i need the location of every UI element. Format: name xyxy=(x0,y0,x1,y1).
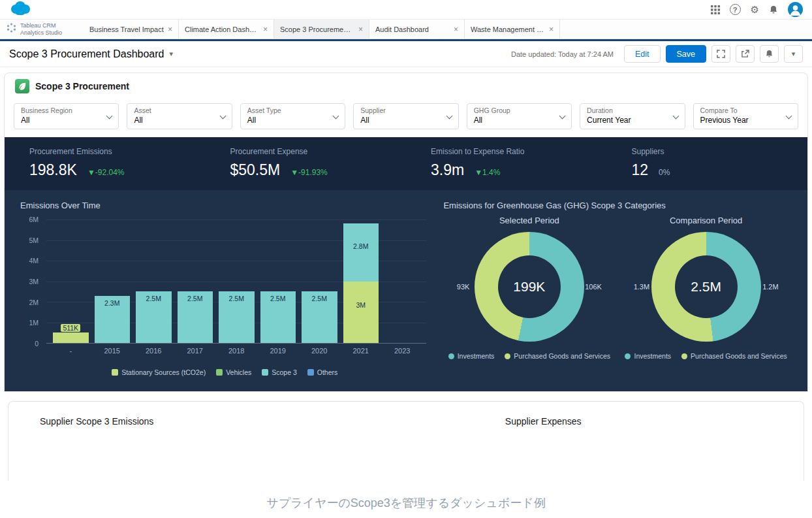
bar-column-2018[interactable]: 2.5M2018 xyxy=(219,219,255,343)
close-icon[interactable]: × xyxy=(263,25,268,34)
bar-column-2016[interactable]: 2.5M2016 xyxy=(136,219,172,343)
app-launcher-icon[interactable] xyxy=(711,5,720,14)
legend-item[interactable]: Investments xyxy=(625,352,671,360)
close-icon[interactable]: × xyxy=(549,25,554,34)
emissions-over-time-chart: Emissions Over Time 6M5M4M3M2M1M0 511K-2… xyxy=(20,201,429,377)
bar-column-2021[interactable]: 3M2.8M2021 xyxy=(343,219,379,343)
share-button[interactable] xyxy=(736,45,755,63)
dashboard-page-title: Scope 3 Procurement Dashboard xyxy=(9,48,164,60)
legend-item[interactable]: Purchased Goods and Services xyxy=(505,352,610,360)
kpi-delta: ▼-92.04% xyxy=(87,168,125,177)
x-category-label: 2015 xyxy=(95,347,131,355)
y-axis: 6M5M4M3M2M1M0 xyxy=(20,219,42,344)
present-fullscreen-button[interactable] xyxy=(711,45,730,63)
chevron-down-icon xyxy=(446,113,452,120)
kpi-procurement-emissions[interactable]: Procurement Emissions 198.8K ▼-92.04% xyxy=(5,147,206,179)
donut-subtitle: Comparison Period xyxy=(620,216,792,225)
image-caption: サプライヤーのScope3を管理するダッシュボード例 xyxy=(0,495,812,511)
kpi-value: 12 xyxy=(632,161,649,179)
tab-audit-dashboard[interactable]: Audit Dashboard × xyxy=(369,20,465,39)
kpi-value: $50.5M xyxy=(230,161,281,179)
chevron-down-icon xyxy=(106,113,113,120)
legend-item[interactable]: Investments xyxy=(448,352,495,360)
legend-item[interactable]: Others xyxy=(307,368,338,376)
date-updated-text: Date updated: Today at 7:24 AM xyxy=(511,50,614,58)
bar-column-2015[interactable]: 2.3M2015 xyxy=(95,219,131,343)
tab-climate-action-dashboard[interactable]: Climate Action Dashboard × xyxy=(179,20,274,39)
x-category-label: 2017 xyxy=(178,347,213,355)
y-tick: 4M xyxy=(29,257,39,265)
y-tick: 3M xyxy=(29,278,39,285)
bar-column--[interactable]: 511K- xyxy=(53,219,89,343)
y-tick: 0 xyxy=(35,340,39,348)
edit-button[interactable]: Edit xyxy=(624,45,661,63)
salesforce-cloud-logo[interactable] xyxy=(9,1,31,18)
kpi-suppliers[interactable]: Suppliers 12 0% xyxy=(607,147,808,179)
app-name-line1: Tableau CRM xyxy=(20,22,56,29)
x-category-label: - xyxy=(53,347,89,355)
donut-right-label: 106K xyxy=(585,283,602,291)
widget-title: Supplier Scope 3 Emissions xyxy=(40,416,486,427)
donut-center-value: 199K xyxy=(513,279,545,295)
bar-chart-bars: 511K-2.3M20152.5M20162.5M20172.5M20182.5… xyxy=(46,219,426,344)
filter-asset[interactable]: Asset All xyxy=(127,103,232,129)
tableau-crm-app-label[interactable]: Tableau CRM Analytics Studio xyxy=(0,20,84,39)
filter-compare-to[interactable]: Compare To Previous Year xyxy=(693,103,798,129)
x-category-label: 2020 xyxy=(302,347,337,355)
legend-item[interactable]: Scope 3 xyxy=(262,368,297,376)
y-tick: 6M xyxy=(29,216,39,223)
tab-business-travel-impact[interactable]: Business Travel Impact × xyxy=(84,20,179,39)
bar-column-2023[interactable]: 2023 xyxy=(384,219,420,343)
donut-section-title: Emissions for Greenhouse Gas (GHG) Scope… xyxy=(443,201,792,210)
dashboard-header: Scope 3 Procurement xyxy=(5,73,807,99)
x-category-label: 2019 xyxy=(260,347,296,355)
legend-item[interactable]: Stationary Sources (tCO2e) xyxy=(112,368,206,376)
help-icon[interactable]: ? xyxy=(730,4,741,15)
y-tick: 1M xyxy=(29,319,39,327)
chevron-down-icon xyxy=(559,113,566,120)
leaf-icon xyxy=(15,79,29,93)
filter-business-region[interactable]: Business Region All xyxy=(14,103,119,129)
close-icon[interactable]: × xyxy=(168,25,172,34)
bell-icon[interactable] xyxy=(769,5,778,14)
x-category-label: 2021 xyxy=(343,347,379,355)
donut-center-value: 2.5M xyxy=(691,279,721,295)
x-category-label: 2016 xyxy=(136,347,172,355)
supplier-widgets-card: Supplier Scope 3 Emissions Supplier Expe… xyxy=(8,401,804,481)
tab-bar: Tableau CRM Analytics Studio Business Tr… xyxy=(0,20,812,39)
donut-left-label: 1.3M xyxy=(634,283,649,291)
filter-ghg-group[interactable]: GHG Group All xyxy=(467,103,572,129)
kpi-band: Procurement Emissions 198.8K ▼-92.04% Pr… xyxy=(5,137,807,190)
tableau-crm-icon xyxy=(7,23,16,35)
more-actions-dropdown[interactable]: ▾ xyxy=(784,45,803,63)
filter-bar: Business Region All Asset All Asset Type… xyxy=(5,99,807,137)
chevron-down-icon xyxy=(333,113,339,120)
chevron-down-icon xyxy=(672,113,679,120)
bar-column-2020[interactable]: 2.5M2020 xyxy=(302,219,337,343)
tab-scope-3-procurement-dashboard[interactable]: Scope 3 Procurement Das... × xyxy=(274,20,369,39)
gear-icon[interactable]: ⚙ xyxy=(751,4,759,16)
screen: ? ⚙ Tableau CRM Analytics Studio Busines… xyxy=(0,0,812,518)
tab-waste-management-dashboard[interactable]: Waste Management Dash... × xyxy=(465,20,560,39)
title-caret-icon[interactable]: ▾ xyxy=(169,50,173,58)
kpi-delta: ▼-91.93% xyxy=(290,168,328,177)
legend-item[interactable]: Purchased Goods and Services xyxy=(681,352,787,360)
bar-chart-legend: Stationary Sources (tCO2e)VehiclesScope … xyxy=(20,368,429,376)
y-tick: 5M xyxy=(29,236,39,244)
kpi-delta: ▼1.4% xyxy=(475,168,500,177)
avatar[interactable] xyxy=(788,2,803,17)
kpi-procurement-expense[interactable]: Procurement Expense $50.5M ▼-91.93% xyxy=(206,147,407,179)
kpi-emission-to-expense-ratio[interactable]: Emission to Expense Ratio 3.9m ▼1.4% xyxy=(406,147,607,179)
close-icon[interactable]: × xyxy=(454,25,458,34)
donut-selected-period-block: Selected Period 199K 93K 106K Investment… xyxy=(443,213,615,360)
filter-asset-type[interactable]: Asset Type All xyxy=(240,103,345,129)
save-button[interactable]: Save xyxy=(666,45,707,63)
filter-duration[interactable]: Duration Current Year xyxy=(580,103,685,129)
filter-supplier[interactable]: Supplier All xyxy=(353,103,458,129)
close-icon[interactable]: × xyxy=(358,25,363,34)
bar-column-2017[interactable]: 2.5M2017 xyxy=(178,219,213,343)
subscribe-bell-button[interactable] xyxy=(760,45,779,63)
dashboard-title: Scope 3 Procurement xyxy=(35,81,129,91)
bar-column-2019[interactable]: 2.5M2019 xyxy=(260,219,296,343)
legend-item[interactable]: Vehicles xyxy=(216,368,251,376)
